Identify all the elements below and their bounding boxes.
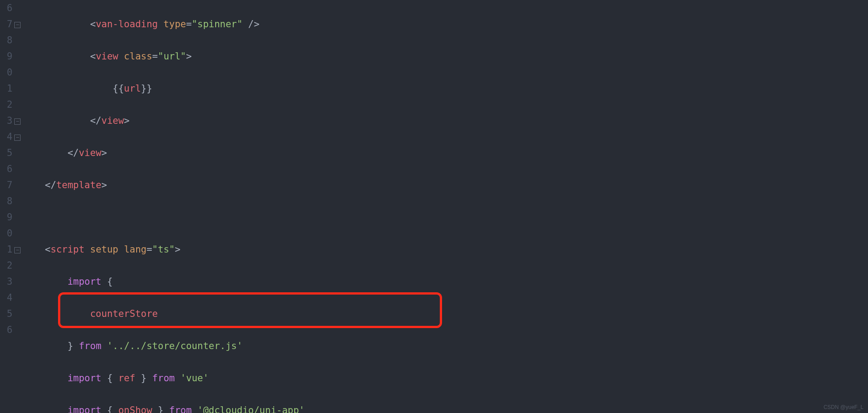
fold-toggle[interactable]: − (14, 135, 21, 141)
code-line: <view class="url"> (22, 48, 868, 64)
code-line: </template> (22, 177, 868, 193)
watermark: CSDN @yueF_L (823, 404, 864, 410)
line-number: 9 (0, 48, 13, 64)
line-number: 6 (0, 161, 13, 177)
line-number-gutter: 6 7 8 9 0 1 2 3 4 5 6 7 8 9 0 1 2 3 4 5 … (0, 0, 13, 413)
line-number: 0 (0, 225, 13, 241)
code-line: </view> (22, 113, 868, 129)
fold-toggle[interactable]: − (14, 118, 21, 125)
code-line: </view> (22, 145, 868, 161)
line-number: 8 (0, 32, 13, 48)
line-number: 2 (0, 257, 13, 274)
line-number: 1 (0, 80, 13, 97)
line-number: 7 (0, 177, 13, 193)
line-number: 5 (0, 145, 13, 161)
line-number: 1 (0, 241, 13, 257)
line-number: 3 (0, 113, 13, 129)
code-line: import { onShow } from '@dcloudio/uni-ap… (22, 402, 868, 413)
code-line: import { (22, 274, 868, 290)
code-line: import { ref } from 'vue' (22, 370, 868, 386)
line-number: 8 (0, 193, 13, 209)
line-number: 0 (0, 64, 13, 80)
line-number: 2 (0, 97, 13, 113)
code-editor[interactable]: 6 7 8 9 0 1 2 3 4 5 6 7 8 9 0 1 2 3 4 5 … (0, 0, 868, 413)
code-line: } from '../../store/counter.js' (22, 338, 868, 354)
line-number: 9 (0, 209, 13, 225)
line-number: 6 (0, 0, 13, 16)
line-number: 3 (0, 274, 13, 290)
code-line: counterStore (22, 306, 868, 322)
code-line (22, 209, 868, 225)
fold-gutter: − − − − (13, 0, 22, 413)
line-number: 4 (0, 290, 13, 306)
fold-toggle[interactable]: − (14, 247, 21, 253)
code-line: <script setup lang="ts"> (22, 241, 868, 257)
line-number: 4 (0, 129, 13, 145)
fold-toggle[interactable]: − (14, 22, 21, 28)
line-number: 6 (0, 322, 13, 338)
line-number: 5 (0, 306, 13, 322)
code-area[interactable]: <van-loading type="spinner" /> <view cla… (22, 0, 868, 413)
code-line: {{url}} (22, 80, 868, 97)
code-line: <van-loading type="spinner" /> (22, 16, 868, 32)
line-number: 7 (0, 16, 13, 32)
